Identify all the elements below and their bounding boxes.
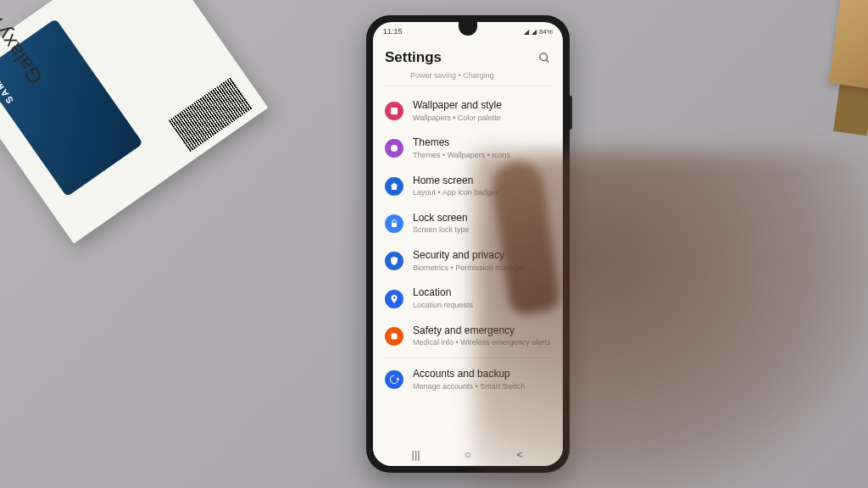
row-sub: Biometrics • Permission manager: [413, 263, 551, 274]
product-box: SAMSUNG Galaxy A06: [0, 0, 268, 244]
lock-icon: [385, 214, 403, 233]
setting-row-home-screen[interactable]: Home screen Layout • App icon badges: [373, 168, 563, 205]
page-title: Settings: [385, 49, 442, 66]
setting-row-wallpaper[interactable]: Wallpaper and style Wallpapers • Color p…: [373, 92, 563, 130]
search-icon[interactable]: [538, 52, 551, 64]
row-title: Safety and emergency: [413, 324, 551, 338]
row-sub: Themes • Wallpapers • Icons: [413, 151, 551, 161]
shield-icon: [385, 252, 403, 270]
setting-row-accounts[interactable]: Accounts and backup Manage accounts • Sm…: [373, 361, 563, 398]
wifi-icon: ◢: [531, 28, 537, 36]
svg-point-0: [540, 53, 548, 60]
setting-row-safety[interactable]: Safety and emergency Medical info • Wire…: [373, 318, 563, 355]
setting-row-lock-screen[interactable]: Lock screen Screen lock type: [373, 205, 563, 242]
settings-header: Settings: [373, 41, 563, 71]
separator: [385, 358, 551, 358]
row-title: Home screen: [413, 175, 551, 188]
status-indicators: ◢ ◢ 84%: [524, 28, 553, 36]
nav-home-icon[interactable]: ○: [455, 448, 481, 461]
setting-row-themes[interactable]: Themes Themes • Wallpapers • Icons: [373, 130, 563, 167]
wallpaper-icon: [385, 102, 403, 120]
setting-row-location[interactable]: Location Location requests: [373, 280, 563, 317]
battery-text: 84%: [539, 28, 553, 36]
row-sub: Screen lock type: [413, 225, 551, 236]
box-barcode: [169, 77, 253, 152]
row-title: Wallpaper and style: [413, 99, 551, 113]
setting-row-security[interactable]: Security and privacy Biometrics • Permis…: [373, 242, 563, 280]
navigation-bar: ||| ○ <: [373, 442, 563, 466]
nav-recent-icon[interactable]: |||: [403, 448, 429, 461]
separator: [385, 86, 551, 86]
svg-rect-4: [392, 223, 397, 227]
desk-surface: SAMSUNG Galaxy A06 11:15 ◢ ◢ 84% Setting…: [0, 0, 868, 488]
location-icon: [385, 290, 403, 308]
svg-point-3: [391, 145, 398, 152]
themes-icon: [385, 139, 403, 158]
backup-icon: [385, 370, 403, 389]
wooden-block: [829, 0, 868, 89]
settings-list[interactable]: Wallpaper and style Wallpapers • Color p…: [373, 89, 563, 402]
row-sub: Manage accounts • Smart Switch: [413, 382, 551, 392]
phone-power-button: [570, 96, 572, 130]
partial-row-sub: Power saving • Charging: [373, 71, 563, 83]
row-title: Accounts and backup: [413, 368, 551, 381]
svg-point-5: [393, 297, 396, 299]
status-time: 11:15: [383, 27, 403, 36]
row-title: Lock screen: [413, 212, 551, 225]
row-sub: Medical info • Wireless emergency alerts: [413, 338, 551, 348]
svg-rect-2: [391, 108, 398, 114]
row-title: Security and privacy: [413, 249, 551, 263]
emergency-icon: [385, 327, 403, 346]
svg-line-1: [546, 59, 548, 62]
home-icon: [385, 177, 403, 196]
nav-back-icon[interactable]: <: [507, 448, 532, 461]
signal-icon: ◢: [524, 28, 529, 36]
row-sub: Layout • App icon badges: [413, 188, 551, 198]
svg-rect-6: [392, 333, 398, 339]
phone-device: 11:15 ◢ ◢ 84% Settings Power saving • Ch…: [366, 15, 570, 473]
row-title: Themes: [413, 136, 551, 150]
row-sub: Location requests: [413, 301, 551, 311]
row-sub: Wallpapers • Color palette: [413, 114, 551, 124]
row-title: Location: [413, 286, 551, 300]
phone-screen: 11:15 ◢ ◢ 84% Settings Power saving • Ch…: [373, 22, 563, 466]
